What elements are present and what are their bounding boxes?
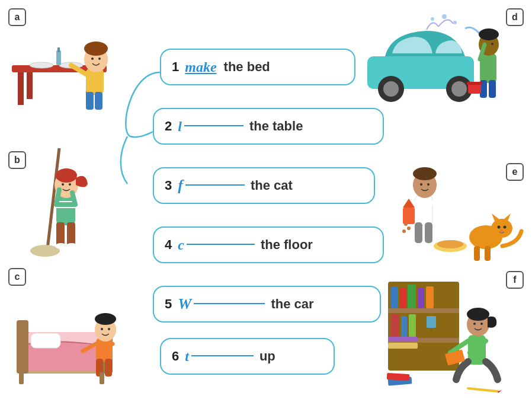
item-number-4: 4 xyxy=(165,237,172,253)
svg-point-40 xyxy=(101,328,103,330)
svg-point-39 xyxy=(95,313,116,325)
svg-rect-73 xyxy=(415,222,422,243)
svg-point-23 xyxy=(56,168,77,183)
svg-point-76 xyxy=(437,240,463,248)
answer-letter-3: f xyxy=(178,177,183,194)
svg-point-110 xyxy=(473,323,476,325)
svg-rect-28 xyxy=(56,222,65,246)
item-number-2: 2 xyxy=(165,119,172,134)
svg-rect-99 xyxy=(391,314,399,337)
svg-line-72 xyxy=(432,203,444,213)
illustration-e xyxy=(391,154,527,273)
item-suffix-1: the bed xyxy=(224,59,270,75)
svg-rect-86 xyxy=(403,208,415,224)
svg-rect-98 xyxy=(426,286,434,308)
svg-rect-46 xyxy=(19,372,24,384)
svg-point-24 xyxy=(62,183,64,186)
svg-line-115 xyxy=(468,388,498,391)
svg-rect-103 xyxy=(388,343,418,349)
answer-letter-6: t xyxy=(185,349,189,365)
answer-box-3: 3 f the cat xyxy=(153,167,375,204)
answer-box-4: 4 c the floor xyxy=(153,226,384,263)
svg-rect-8 xyxy=(57,47,60,52)
svg-rect-14 xyxy=(86,92,94,110)
svg-rect-96 xyxy=(408,285,416,308)
answer-word-1: make xyxy=(185,59,216,75)
item-suffix-3: the cat xyxy=(251,178,293,193)
blank-line-4 xyxy=(187,244,255,245)
svg-point-82 xyxy=(504,226,507,229)
svg-point-88 xyxy=(404,222,408,226)
svg-rect-65 xyxy=(467,82,482,85)
svg-point-11 xyxy=(84,42,108,56)
item-suffix-6: up xyxy=(259,349,275,364)
item-suffix-4: the floor xyxy=(261,237,313,253)
svg-point-70 xyxy=(427,183,430,186)
svg-point-30 xyxy=(55,243,67,249)
svg-rect-36 xyxy=(31,333,60,348)
answer-box-5: 5 w the car xyxy=(153,286,381,323)
svg-point-78 xyxy=(491,219,512,238)
blank-line-3 xyxy=(185,184,245,186)
svg-point-41 xyxy=(108,328,110,330)
svg-point-31 xyxy=(66,243,78,249)
svg-rect-33 xyxy=(17,320,28,374)
illustration-b xyxy=(0,142,118,261)
blank-line-2 xyxy=(184,125,243,126)
svg-rect-74 xyxy=(425,222,432,243)
answer-letter-4: c xyxy=(178,237,184,253)
svg-line-27 xyxy=(72,193,75,205)
svg-point-68 xyxy=(413,167,437,180)
svg-rect-84 xyxy=(474,246,480,261)
svg-rect-94 xyxy=(391,286,398,308)
svg-point-25 xyxy=(69,183,71,186)
svg-line-26 xyxy=(56,190,59,205)
svg-point-54 xyxy=(442,14,447,19)
svg-point-52 xyxy=(451,81,467,97)
svg-point-90 xyxy=(402,229,406,233)
svg-rect-43 xyxy=(105,359,112,377)
svg-rect-66 xyxy=(415,196,432,225)
svg-point-83 xyxy=(501,229,503,232)
item-number-6: 6 xyxy=(172,349,179,364)
svg-rect-29 xyxy=(67,222,75,246)
answer-letter-5: w xyxy=(178,295,191,313)
answer-box-2: 2 l the table xyxy=(153,108,384,145)
svg-point-12 xyxy=(91,58,94,60)
blank-line-6 xyxy=(191,355,254,356)
svg-point-5 xyxy=(30,62,53,68)
svg-rect-15 xyxy=(95,92,102,110)
illustration-f xyxy=(382,270,530,397)
item-suffix-2: the table xyxy=(249,119,303,134)
blank-line-5 xyxy=(194,303,265,304)
page: a b c d e f 1 make the bed 2 l the table… xyxy=(0,0,532,402)
item-suffix-5: the car xyxy=(271,296,313,312)
svg-rect-63 xyxy=(489,80,496,98)
svg-point-60 xyxy=(491,43,493,45)
svg-point-58 xyxy=(479,28,499,40)
svg-point-111 xyxy=(480,323,483,325)
svg-point-13 xyxy=(98,58,101,60)
answer-box-6: 6 t up xyxy=(160,338,335,375)
svg-rect-7 xyxy=(56,50,61,65)
illustration-a xyxy=(0,6,136,119)
svg-point-55 xyxy=(453,21,457,24)
svg-point-89 xyxy=(407,226,411,230)
svg-rect-47 xyxy=(100,372,104,384)
illustration-c xyxy=(12,267,136,391)
item-number-3: 3 xyxy=(165,178,172,193)
svg-point-109 xyxy=(467,308,489,321)
item-number-1: 1 xyxy=(172,59,179,75)
svg-rect-101 xyxy=(409,314,416,337)
svg-rect-92 xyxy=(388,308,459,313)
svg-rect-3 xyxy=(27,72,33,99)
answer-box-1: 1 make the bed xyxy=(160,49,355,85)
answer-letter-2: l xyxy=(178,119,182,135)
svg-rect-37 xyxy=(96,338,113,362)
svg-point-53 xyxy=(431,17,434,21)
svg-point-50 xyxy=(383,81,399,97)
svg-rect-104 xyxy=(388,337,418,342)
svg-rect-85 xyxy=(485,246,491,261)
svg-rect-97 xyxy=(418,288,424,308)
item-number-5: 5 xyxy=(165,296,172,312)
